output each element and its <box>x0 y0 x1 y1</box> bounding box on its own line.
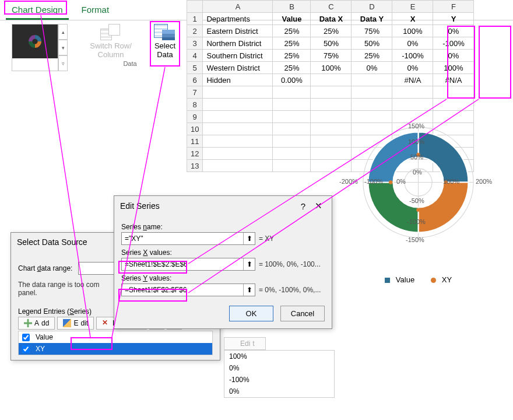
range-picker-icon[interactable]: ⬆ <box>243 258 255 270</box>
cell[interactable]: 50% <box>311 37 352 50</box>
cell[interactable]: Southern District <box>203 50 273 62</box>
col-header[interactable]: E <box>392 1 433 13</box>
list-item[interactable]: 0% <box>224 386 334 397</box>
cell[interactable]: 25% <box>311 25 352 37</box>
range-picker-icon[interactable]: ⬆ <box>243 284 255 296</box>
cell[interactable]: Northern District <box>203 37 273 50</box>
series-y-input[interactable] <box>122 284 243 296</box>
cell[interactable]: 0% <box>433 50 474 62</box>
col-header[interactable]: A <box>203 1 273 13</box>
cell[interactable]: -100% <box>433 37 474 50</box>
cell[interactable] <box>311 74 352 86</box>
series-checkbox[interactable] <box>22 345 30 353</box>
gallery-down-icon[interactable]: ▾ <box>58 40 68 55</box>
row-header[interactable]: 10 <box>187 123 203 135</box>
select-data-icon <box>154 24 176 41</box>
series-list[interactable]: Value XY <box>18 331 213 355</box>
cell[interactable]: #N/A <box>392 74 433 86</box>
cell[interactable] <box>352 74 392 86</box>
row-header[interactable]: 6 <box>187 74 203 86</box>
tab-chart-design[interactable]: Chart Design <box>6 2 69 20</box>
row-header[interactable]: 1 <box>187 13 203 25</box>
close-button[interactable]: ✕ <box>311 201 326 211</box>
cell[interactable]: 25% <box>273 50 311 62</box>
svg-point-8 <box>389 180 392 184</box>
cell[interactable]: 75% <box>311 50 352 62</box>
cell[interactable]: 0% <box>392 37 433 50</box>
cell[interactable]: 75% <box>352 25 392 37</box>
cell[interactable]: Eastern District <box>203 25 273 37</box>
list-item[interactable]: 0% <box>224 362 334 374</box>
select-all-corner[interactable] <box>187 1 203 13</box>
cell[interactable]: 0.00% <box>273 74 311 86</box>
cell[interactable]: 25% <box>273 37 311 50</box>
row-header[interactable]: 3 <box>187 37 203 50</box>
row-header[interactable]: 5 <box>187 62 203 74</box>
col-header[interactable]: D <box>352 1 392 13</box>
cell[interactable]: 50% <box>352 37 392 50</box>
switch-row-column-button: Switch Row/ Column <box>84 24 138 59</box>
ok-button[interactable]: OK <box>229 306 273 321</box>
col-header[interactable]: B <box>273 1 311 13</box>
chart-style-thumb[interactable] <box>12 24 58 58</box>
cell[interactable]: 0% <box>392 62 433 74</box>
axis-labels-list[interactable]: 100% 0% -100% 0% <box>224 350 335 398</box>
list-item[interactable]: 100% <box>224 351 334 362</box>
cell[interactable]: 25% <box>352 50 392 62</box>
cell[interactable]: 25% <box>273 62 311 74</box>
add-series-button[interactable]: Add <box>18 317 55 330</box>
cell[interactable]: Departments <box>203 13 273 25</box>
dialog-title: Edit Series <box>120 201 160 211</box>
cell[interactable]: X <box>392 13 433 25</box>
row-header[interactable]: 4 <box>187 50 203 62</box>
cell[interactable]: 100% <box>392 25 433 37</box>
ribbon-group-label: Data <box>123 60 136 67</box>
chart-style-gallery[interactable]: ▴ ▾ ▿ <box>12 24 68 71</box>
cell[interactable]: 100% <box>433 62 474 74</box>
col-header[interactable]: C <box>311 1 352 13</box>
series-name-label: Series name: <box>121 223 325 231</box>
svg-point-7 <box>416 208 420 212</box>
cell[interactable]: 0% <box>352 62 392 74</box>
row-header[interactable]: 9 <box>187 111 203 123</box>
series-name-result: = XY <box>259 235 274 243</box>
gallery-up-icon[interactable]: ▴ <box>58 24 68 40</box>
row-header[interactable]: 2 <box>187 25 203 37</box>
edit-series-button[interactable]: Edit <box>57 317 94 330</box>
row-header[interactable]: 8 <box>187 99 203 111</box>
row-header[interactable]: 7 <box>187 86 203 99</box>
series-x-input[interactable] <box>122 258 243 270</box>
cell[interactable]: Y <box>433 13 474 25</box>
cell[interactable]: #N/A <box>433 74 474 86</box>
cell[interactable]: Value <box>273 13 311 25</box>
cell[interactable]: -100% <box>392 50 433 62</box>
cancel-button[interactable]: Cancel <box>280 306 325 321</box>
gallery-more-icon[interactable]: ▿ <box>58 55 68 71</box>
edit-axis-labels-button: Edit <box>224 337 266 350</box>
range-picker-icon[interactable]: ⬆ <box>243 233 255 244</box>
cell[interactable]: Hidden <box>203 74 273 86</box>
series-item-xy[interactable]: XY <box>19 343 212 355</box>
tab-format[interactable]: Format <box>76 2 115 20</box>
switch-row-column-icon <box>100 24 121 41</box>
row-header[interactable]: 12 <box>187 148 203 160</box>
col-header[interactable]: F <box>433 1 474 13</box>
series-name-input[interactable] <box>122 233 243 244</box>
row-header[interactable]: 11 <box>187 135 203 148</box>
cell[interactable]: 100% <box>311 62 352 74</box>
row-header[interactable]: 13 <box>187 160 203 172</box>
cell[interactable]: 0% <box>433 25 474 37</box>
cell[interactable] <box>203 86 273 99</box>
chart-object[interactable]: 150% 100% 50% 0% -50% -100% -150% -200% … <box>332 114 504 295</box>
cell[interactable]: 25% <box>273 25 311 37</box>
help-button[interactable]: ? <box>296 201 311 211</box>
cell[interactable]: Western District <box>203 62 273 74</box>
list-item[interactable]: -100% <box>224 374 334 386</box>
edit-icon <box>63 319 71 327</box>
series-checkbox[interactable] <box>22 334 30 341</box>
select-data-button[interactable]: Select Data <box>154 24 176 59</box>
cell[interactable]: Data X <box>311 13 352 25</box>
cell[interactable]: Data Y <box>352 13 392 25</box>
series-x-result: = 100%, 0%, -100... <box>259 260 321 268</box>
series-item-value[interactable]: Value <box>19 331 212 343</box>
